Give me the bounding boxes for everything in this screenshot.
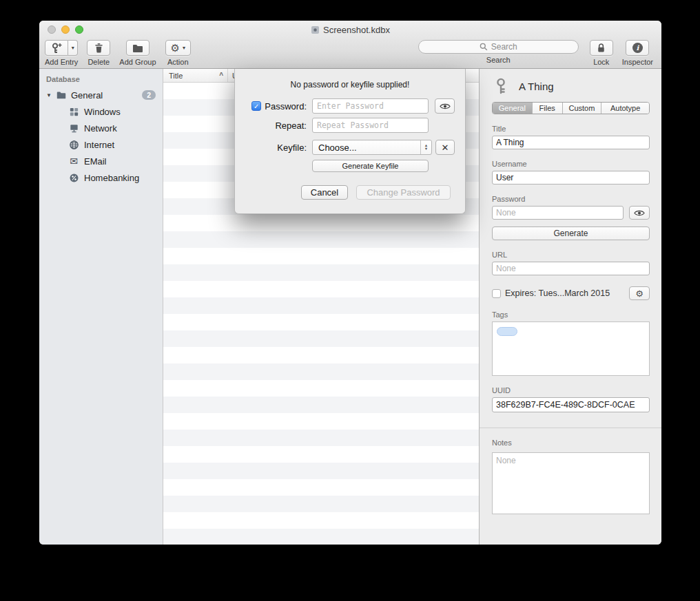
tab-custom[interactable]: Custom <box>562 103 601 114</box>
chevron-down-icon: ▾ <box>72 45 74 51</box>
toolbar-item-search: Search Search <box>418 40 579 64</box>
tag-token[interactable] <box>497 327 517 336</box>
window-title-text: Screenshot.kdbx <box>323 25 390 35</box>
title-field-label: Title <box>492 125 650 133</box>
folder-plus-icon <box>132 42 144 54</box>
change-password-dialog: No password or keyfile supplied! ✓ Passw… <box>234 69 466 214</box>
homebanking-icon <box>68 173 79 183</box>
password-field-label: Password <box>492 195 650 203</box>
sidebar-item-email[interactable]: ✉ EMail <box>39 153 163 169</box>
toolbar-item-inspector: i Inspector <box>622 40 653 66</box>
zoom-button[interactable] <box>75 25 83 34</box>
change-password-button[interactable]: Change Password <box>356 185 451 200</box>
expires-checkbox[interactable] <box>492 289 501 298</box>
inspector-panel: A Thing General Files Custom Autotype Ti… <box>479 69 661 545</box>
sidebar-item-label: EMail <box>84 156 107 167</box>
window-chrome: Screenshot.kdbx ▾ Add Entry <box>39 21 661 69</box>
notes-field-label: Notes <box>492 439 650 447</box>
gear-icon: ⚙ <box>171 43 180 53</box>
tab-general[interactable]: General <box>493 103 532 114</box>
password-field[interactable] <box>492 206 624 220</box>
close-button[interactable] <box>48 25 56 34</box>
dialog-reveal-password-button[interactable] <box>435 98 455 114</box>
tags-field[interactable] <box>492 321 650 376</box>
password-row <box>492 206 650 220</box>
dialog-keyfile-label: Keyfile: <box>277 143 307 153</box>
add-entry-button[interactable] <box>45 40 68 56</box>
sidebar-item-general[interactable]: ▼ General 2 <box>39 87 163 103</box>
inspector-header: A Thing <box>492 77 650 95</box>
add-entry-dropdown-button[interactable]: ▾ <box>68 40 78 56</box>
content-area: Database ▼ General 2 Windows Networ <box>39 69 661 545</box>
add-group-button[interactable] <box>126 40 150 56</box>
delete-button[interactable] <box>87 40 110 56</box>
dialog-repeat-row: Repeat: <box>235 118 465 133</box>
uuid-field[interactable] <box>492 397 650 412</box>
eye-icon <box>440 103 451 110</box>
search-input[interactable]: Search <box>418 40 579 54</box>
chevron-down-icon: ▾ <box>183 45 185 51</box>
sidebar-item-network[interactable]: Network <box>39 120 163 136</box>
info-icon: i <box>632 43 643 53</box>
dialog-message: No password or keyfile supplied! <box>235 80 465 89</box>
uuid-field-label: UUID <box>492 386 650 394</box>
app-window: Screenshot.kdbx ▾ Add Entry <box>39 21 661 545</box>
tab-autotype[interactable]: Autotype <box>601 103 649 114</box>
username-field[interactable] <box>492 171 650 184</box>
cancel-button[interactable]: Cancel <box>301 185 348 200</box>
inspector-button[interactable]: i <box>626 40 649 56</box>
tags-field-label: Tags <box>492 310 650 319</box>
username-field-label: Username <box>492 160 650 168</box>
toolbar: ▾ Add Entry Delete A <box>39 39 661 66</box>
toolbar-item-delete: Delete <box>87 40 110 66</box>
search-placeholder: Search <box>491 42 517 52</box>
titlebar: Screenshot.kdbx <box>39 21 661 39</box>
dialog-keyfile-row: Keyfile: Choose... ▲ ▼ ✕ <box>235 140 465 155</box>
toolbar-item-action: ⚙ ▾ Action <box>165 40 191 66</box>
inspector-label: Inspector <box>622 58 653 66</box>
action-button[interactable]: ⚙ ▾ <box>165 40 191 56</box>
search-label: Search <box>486 56 511 64</box>
expires-settings-button[interactable]: ⚙ <box>629 286 650 300</box>
sidebar-group-label: General <box>71 90 103 101</box>
add-group-label: Add Group <box>119 58 156 66</box>
sidebar-item-internet[interactable]: Internet <box>39 136 163 153</box>
column-header-title[interactable]: Title ^ <box>163 69 228 82</box>
sidebar-item-label: Homebanking <box>84 173 139 183</box>
sidebar-item-windows[interactable]: Windows <box>39 103 163 120</box>
add-entry-label: Add Entry <box>45 58 78 66</box>
title-field[interactable] <box>492 136 650 149</box>
lock-button[interactable] <box>590 40 613 56</box>
minimize-button[interactable] <box>61 25 70 34</box>
reveal-password-button[interactable] <box>629 206 650 220</box>
generate-keyfile-button[interactable]: Generate Keyfile <box>312 160 429 172</box>
tab-files[interactable]: Files <box>532 103 562 114</box>
stepper-arrows-icon: ▲ ▼ <box>420 140 431 154</box>
action-label: Action <box>167 58 189 66</box>
keyfile-popup-button[interactable]: Choose... ▲ ▼ <box>312 140 432 155</box>
password-checkbox[interactable]: ✓ <box>251 101 261 111</box>
sidebar-item-homebanking[interactable]: Homebanking <box>39 169 163 186</box>
generate-password-button[interactable]: Generate <box>492 226 650 240</box>
sidebar-item-label: Windows <box>84 107 121 117</box>
dialog-actions: Cancel Change Password <box>235 185 465 200</box>
document-icon <box>311 25 320 34</box>
windows-grid-icon <box>68 107 79 117</box>
check-icon: ✓ <box>254 103 259 110</box>
sidebar-item-label: Network <box>84 123 117 134</box>
inspector-divider <box>480 428 661 428</box>
globe-icon <box>68 140 79 150</box>
disclosure-triangle-icon[interactable]: ▼ <box>46 92 56 98</box>
dialog-password-input[interactable] <box>312 98 429 114</box>
clear-keyfile-button[interactable]: ✕ <box>435 140 455 155</box>
expires-row: Expires: Tues...March 2015 ⚙ <box>492 286 650 300</box>
search-icon <box>480 43 488 51</box>
sidebar-section-header: Database <box>39 69 163 87</box>
dialog-repeat-input[interactable] <box>312 118 429 133</box>
close-x-icon: ✕ <box>442 143 449 153</box>
window-title: Screenshot.kdbx <box>311 25 390 35</box>
notes-field[interactable] <box>492 452 650 514</box>
url-field[interactable] <box>492 262 650 275</box>
sort-ascending-icon: ^ <box>219 72 223 79</box>
inspector-tabs: General Files Custom Autotype <box>492 102 650 114</box>
